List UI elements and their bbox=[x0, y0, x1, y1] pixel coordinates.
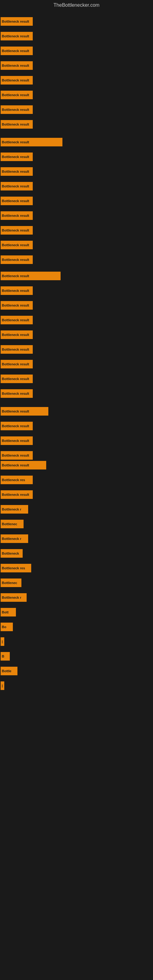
bar-item: Bottleneck result bbox=[1, 490, 33, 499]
bar-label: Bottleneck bbox=[2, 552, 19, 555]
bar-label: | bbox=[2, 640, 3, 643]
bar-label: Bottleneck result bbox=[2, 348, 29, 351]
bar-item: Bottleneck result bbox=[1, 316, 33, 324]
bar-item: Bottleneck res bbox=[1, 476, 33, 484]
bar-label: Bottleneck result bbox=[2, 108, 29, 111]
bar-item: B bbox=[1, 652, 10, 660]
bar-item: Bottleneck result bbox=[1, 451, 33, 460]
bar-label: Bottleneck res bbox=[2, 478, 25, 482]
bar-item: Bo bbox=[1, 623, 13, 631]
bar-label: Bottleneck result bbox=[2, 409, 29, 413]
bar-item: Bottleneck result bbox=[1, 301, 33, 310]
bar-label: B bbox=[2, 654, 4, 658]
bar-item: Bottleneck result bbox=[1, 331, 33, 339]
bar-label: Bottleneck result bbox=[2, 392, 29, 395]
bar-label: Bottleneck r bbox=[2, 537, 21, 541]
bar-label: Bottleneck result bbox=[2, 155, 29, 159]
chart-area: Bottleneck resultBottleneck resultBottle… bbox=[0, 10, 153, 960]
bar-label: Bottle bbox=[2, 669, 11, 673]
bar-label: Bottleneck result bbox=[2, 34, 29, 38]
bar-item: Bottleneck result bbox=[1, 375, 33, 383]
bar-item: Bottleneck result bbox=[1, 61, 33, 70]
bar-label: Bottleneck r bbox=[2, 596, 21, 599]
bar-label: Bottleneck res bbox=[2, 566, 25, 570]
bar-item: Bottleneck result bbox=[1, 407, 48, 415]
site-title: TheBottlenecker.com bbox=[0, 0, 153, 10]
bar-item: Bottleneck result bbox=[1, 105, 33, 114]
bar-label: Bottleneck result bbox=[2, 333, 29, 337]
bar-label: Bottleneck result bbox=[2, 424, 29, 428]
bar-item: Bottleneck result bbox=[1, 436, 33, 445]
bar-item: Bottleneck result bbox=[1, 226, 33, 235]
bar-item: Bottleneck result bbox=[1, 255, 33, 264]
bar-label: Bottleneck result bbox=[2, 170, 29, 173]
bar-label: Bottleneck result bbox=[2, 123, 29, 126]
bar-label: Bottleneck result bbox=[2, 93, 29, 97]
bar-label: Bottleneck result bbox=[2, 274, 29, 278]
bar-item: | bbox=[1, 637, 4, 646]
bar-item: Bottleneck result bbox=[1, 46, 33, 55]
bar-label: Bottleneck result bbox=[2, 229, 29, 232]
bar-label: Bottleneck result bbox=[2, 64, 29, 67]
bar-item: Bottle bbox=[1, 667, 18, 675]
bar-item: Bottleneck res bbox=[1, 564, 31, 573]
bar-item: Bottleneck result bbox=[1, 182, 33, 191]
bar-item: Bottleneck result bbox=[1, 360, 33, 368]
bar-label: Bottleneck result bbox=[2, 318, 29, 322]
bar-label: Bottleneck result bbox=[2, 20, 29, 23]
bar-item: Bottlenec bbox=[1, 579, 21, 587]
bar-item: Bottlenec bbox=[1, 520, 24, 528]
bar-label: Bottleneck result bbox=[2, 49, 29, 52]
bar-item: Bott bbox=[1, 608, 16, 616]
bar-item: Bottleneck result bbox=[1, 286, 33, 295]
bar-label: Bott bbox=[2, 610, 9, 614]
bar-item: Bottleneck bbox=[1, 549, 22, 558]
bar-item: Bottleneck result bbox=[1, 389, 33, 398]
bar-label: Bottleneck result bbox=[2, 377, 29, 381]
bar-label: Bottlenec bbox=[2, 581, 17, 585]
bar-item: Bottleneck result bbox=[1, 32, 33, 40]
bar-label: Bottleneck r bbox=[2, 508, 21, 511]
bar-label: Bottleneck result bbox=[2, 199, 29, 203]
bar-label: Bottleneck result bbox=[2, 453, 29, 457]
bar-item: Bottleneck result bbox=[1, 167, 33, 176]
bar-item: Bottleneck result bbox=[1, 76, 33, 84]
bar-item: Bottleneck result bbox=[1, 211, 33, 220]
bar-label: Bottleneck result bbox=[2, 214, 29, 218]
bar-item: Bottleneck result bbox=[1, 345, 33, 354]
site-header: TheBottlenecker.com bbox=[0, 0, 153, 10]
bar-label: Bottleneck result bbox=[2, 463, 29, 467]
bar-item: Bottleneck r bbox=[1, 593, 27, 602]
bar-item: Bottleneck result bbox=[1, 120, 33, 129]
bar-item: Bottleneck r bbox=[1, 505, 28, 514]
bar-item: Bottleneck result bbox=[1, 241, 33, 249]
bar-label: Bottleneck result bbox=[2, 362, 29, 366]
bar-label: Bottleneck result bbox=[2, 243, 29, 247]
bar-item: Bottleneck result bbox=[1, 138, 62, 146]
bar-label: Bottleneck result bbox=[2, 140, 29, 144]
bar-label: Bottleneck result bbox=[2, 78, 29, 82]
bar-item: Bottleneck result bbox=[1, 422, 33, 430]
bar-label: Bottleneck result bbox=[2, 289, 29, 293]
bar-item: Bottleneck result bbox=[1, 461, 46, 469]
bar-label: Bottleneck result bbox=[2, 258, 29, 261]
bar-item: Bottleneck result bbox=[1, 272, 61, 280]
bar-label: Bottlenec bbox=[2, 522, 17, 526]
bar-label: Bottleneck result bbox=[2, 493, 29, 496]
bar-label: Bottleneck result bbox=[2, 304, 29, 307]
bar-label: Bo bbox=[2, 625, 6, 629]
bar-label: Bottleneck result bbox=[2, 185, 29, 188]
bar-item: Bottleneck result bbox=[1, 91, 33, 99]
bar-item: Bottleneck result bbox=[1, 17, 33, 26]
bar-item: Bottleneck result bbox=[1, 197, 33, 205]
bar-item: Bottleneck r bbox=[1, 535, 28, 543]
bar-label: Bottleneck result bbox=[2, 439, 29, 442]
bar-item: | bbox=[1, 681, 4, 690]
bar-item: Bottleneck result bbox=[1, 153, 33, 161]
bar-label: | bbox=[2, 684, 3, 687]
